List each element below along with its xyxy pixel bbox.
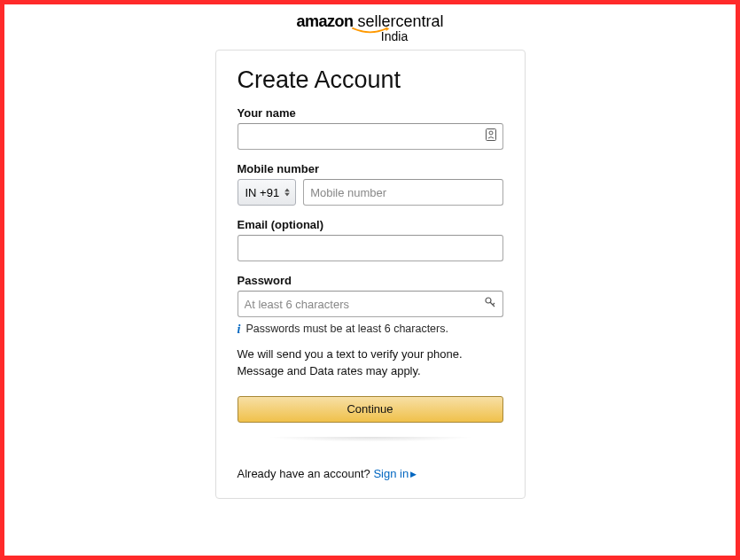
disclosure-line-2: Message and Data rates may apply. (238, 363, 503, 380)
info-icon: i (238, 323, 241, 336)
caret-right-icon: ▶ (410, 470, 417, 478)
continue-button[interactable]: Continue (238, 396, 503, 423)
logo-seller: seller (358, 12, 396, 30)
email-label: Email (optional) (238, 218, 503, 231)
name-input[interactable] (238, 123, 503, 150)
country-code-value: IN +91 (245, 186, 280, 199)
frame: amazon sellercentral India Create Accoun… (0, 0, 740, 560)
logo: amazon sellercentral India (4, 13, 736, 43)
divider (238, 437, 503, 463)
signin-prompt: Already have an account? (238, 467, 374, 480)
mobile-input[interactable] (303, 179, 502, 206)
signin-link[interactable]: Sign in▶ (373, 467, 417, 480)
password-hint-text: Passwords must be at least 6 characters. (245, 323, 448, 335)
page-title: Create Account (238, 66, 503, 94)
password-field-group: Password i Passwords must be at least 6 … (238, 274, 503, 336)
name-label: Your name (238, 106, 503, 120)
sms-disclosure: We will send you a text to verify your p… (238, 346, 503, 380)
email-field-group: Email (optional) (238, 218, 503, 261)
email-input[interactable] (238, 235, 503, 261)
signin-row: Already have an account? Sign in▶ (238, 467, 503, 480)
logo-amazon: amazon (296, 12, 353, 30)
password-label: Password (238, 274, 503, 287)
mobile-field-group: Mobile number IN +91 (238, 162, 503, 206)
name-field-group: Your name (238, 106, 503, 150)
disclosure-line-1: We will send you a text to verify your p… (238, 346, 503, 363)
logo-central: central (396, 12, 444, 30)
mobile-label: Mobile number (238, 162, 503, 175)
select-caret-icon (284, 189, 290, 197)
password-hint: i Passwords must be at least 6 character… (238, 323, 503, 336)
logo-text: amazon sellercentral (296, 12, 443, 30)
logo-region: India (53, 30, 736, 43)
create-account-card: Create Account Your name Mobile number I… (215, 50, 526, 499)
password-input[interactable] (238, 291, 503, 317)
country-code-select[interactable]: IN +91 (238, 179, 297, 206)
